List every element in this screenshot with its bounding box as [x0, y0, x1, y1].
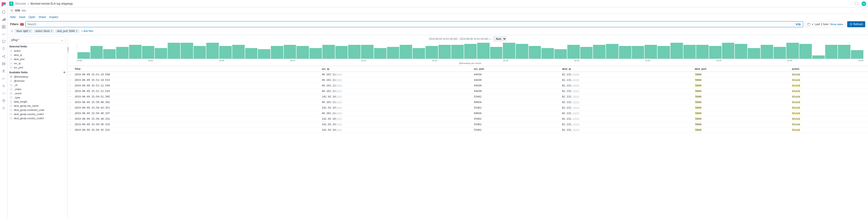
user-avatar[interactable]: AZ — [862, 1, 866, 6]
filter-pill[interactable]: action: block✕ — [34, 29, 54, 33]
kibana-logo[interactable] — [1, 2, 6, 7]
show-dates-link[interactable]: Show dates — [830, 23, 843, 26]
table-row[interactable]: ›2019-06-09 15:50:43.351142.93.105546282… — [67, 105, 868, 111]
histogram-bar[interactable] — [671, 43, 683, 59]
histogram-bar[interactable] — [142, 46, 155, 59]
expand-row-icon[interactable]: › — [67, 83, 73, 88]
nav-uptime-icon[interactable] — [2, 84, 5, 88]
nav-apm-icon[interactable] — [2, 77, 5, 80]
histogram-bar[interactable] — [155, 48, 167, 59]
col-dest-port[interactable]: dest_port — [693, 66, 790, 72]
col-time[interactable]: Time — [73, 66, 320, 72]
col-action[interactable]: action — [790, 66, 868, 72]
table-row[interactable]: ›2019-06-09 15:51:19.56846.101.114443082… — [67, 72, 868, 77]
field-row[interactable]: tsrc_port — [9, 65, 65, 70]
field-row[interactable]: t_type — [9, 96, 65, 100]
field-row[interactable]: tdest_port — [9, 57, 65, 61]
expand-row-icon[interactable]: › — [67, 127, 73, 133]
field-row[interactable]: tdata_length — [9, 100, 65, 104]
field-row[interactable]: t_id — [9, 83, 65, 87]
histogram-bar[interactable] — [78, 52, 90, 59]
histogram-bar[interactable] — [722, 43, 735, 59]
histogram-bar[interactable] — [284, 45, 296, 59]
field-row[interactable]: taction — [9, 49, 65, 53]
histogram-bar[interactable] — [567, 45, 580, 59]
table-row[interactable]: ›2019-06-09 15:50:40.33746.101.116065682… — [67, 111, 868, 116]
expand-row-icon[interactable]: › — [67, 94, 73, 100]
histogram-bar[interactable] — [232, 45, 245, 59]
histogram-bar[interactable] — [194, 46, 206, 59]
table-row[interactable]: ›2019-06-09 15:51:11.54346.101.114443082… — [67, 88, 868, 94]
results-table-wrap[interactable]: Time src_ip src_port dest_ip dest_port a… — [67, 66, 868, 219]
table-row[interactable]: ›2019-06-09 15:50:35.331142.93.105546282… — [67, 127, 868, 133]
breadcrumb-app[interactable]: Discover — [15, 2, 26, 5]
nav-discover-icon[interactable] — [2, 10, 5, 14]
histogram-bar[interactable] — [181, 43, 193, 59]
histogram-bar[interactable] — [464, 44, 477, 59]
table-row[interactable]: ›2019-06-09 15:50:36.333142.93.105546282… — [67, 122, 868, 127]
histogram-bar[interactable] — [683, 45, 696, 59]
expand-row-icon[interactable]: › — [67, 116, 73, 122]
expand-row-icon[interactable]: › — [67, 100, 73, 105]
histogram-bar[interactable] — [206, 43, 219, 59]
nav-canvas-icon[interactable] — [2, 40, 5, 43]
close-icon[interactable]: ✕ — [29, 30, 31, 32]
filters-settings-icon[interactable] — [10, 29, 13, 33]
nav-visualize-icon[interactable] — [2, 17, 5, 21]
histogram-bar[interactable] — [400, 45, 412, 59]
histogram-bars[interactable] — [77, 43, 863, 59]
nav-timelion-icon[interactable] — [2, 32, 5, 36]
menu-open[interactable]: Open — [28, 15, 35, 19]
histogram-bar[interactable] — [619, 46, 631, 59]
field-filter-icon[interactable]: ⚙ — [63, 71, 65, 74]
histogram-bar[interactable] — [129, 45, 142, 59]
histogram-bar[interactable] — [761, 45, 773, 59]
histogram-bar[interactable] — [593, 45, 606, 59]
field-row[interactable]: tdest_geoip.continent_code — [9, 108, 65, 112]
histogram-bar[interactable] — [490, 47, 503, 59]
histogram-bar[interactable] — [696, 45, 709, 59]
nav-ml-icon[interactable] — [2, 54, 5, 58]
histogram-bar[interactable] — [554, 49, 567, 59]
histogram-bar[interactable] — [606, 44, 618, 59]
histogram-bar[interactable] — [413, 48, 425, 59]
histogram-bar[interactable] — [774, 47, 786, 59]
menu-inspect[interactable]: Inspect — [49, 15, 58, 19]
histogram-bar[interactable] — [529, 46, 541, 59]
histogram-interval-select[interactable]: Auto — [493, 36, 506, 41]
histogram-bar[interactable] — [348, 45, 361, 59]
histogram-bar[interactable] — [335, 46, 348, 59]
field-row[interactable]: tdest_geoip.city_name — [9, 104, 65, 108]
nav-management-icon[interactable] — [2, 106, 5, 110]
close-icon[interactable]: ✕ — [75, 30, 78, 32]
histogram-bar[interactable] — [116, 47, 129, 59]
histogram-bar[interactable] — [812, 56, 825, 59]
histogram-bar[interactable] — [438, 45, 451, 59]
refresh-button[interactable]: Refresh — [847, 21, 865, 27]
field-row[interactable]: tdest_geoip.country_code2 — [9, 112, 65, 116]
histogram-bar[interactable] — [645, 45, 657, 59]
histogram-bar[interactable] — [271, 46, 283, 59]
histogram-bar[interactable] — [374, 48, 386, 59]
histogram-bar[interactable] — [786, 43, 799, 59]
histogram-bar[interactable] — [851, 50, 863, 59]
reset-search-icon[interactable] — [10, 9, 13, 12]
table-row[interactable]: ›2019-06-09 15:50:48.38246.101.116065682… — [67, 100, 868, 105]
index-pattern-select[interactable]: pflog-* ⌄ — [9, 37, 65, 43]
fullscreen-icon[interactable] — [855, 2, 858, 5]
histogram-bar[interactable] — [90, 46, 103, 59]
field-row[interactable]: t_index — [9, 87, 65, 91]
space-badge[interactable]: D — [9, 2, 13, 6]
nav-monitoring-icon[interactable] — [2, 99, 5, 103]
histogram-bar[interactable] — [168, 43, 180, 59]
table-row[interactable]: ›2019-06-09 15:50:51.395142.93.105546282… — [67, 94, 868, 100]
close-icon[interactable]: ✕ — [51, 30, 52, 32]
histogram-bar[interactable] — [838, 45, 850, 59]
field-row[interactable]: t@version — [9, 79, 65, 83]
search-input[interactable] — [26, 22, 794, 27]
expand-row-icon[interactable]: › — [67, 105, 73, 111]
histogram-bar[interactable] — [426, 46, 438, 59]
histogram-bar[interactable] — [103, 49, 116, 59]
histogram-bar[interactable] — [503, 43, 515, 59]
histogram-bar[interactable] — [657, 46, 670, 59]
